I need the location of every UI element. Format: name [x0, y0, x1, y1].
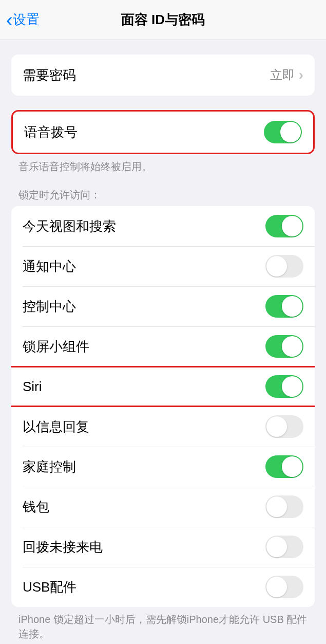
- back-label: 设置: [13, 11, 40, 29]
- access-row-label: 家庭控制: [23, 458, 76, 476]
- access-row-label: USB配件: [23, 578, 76, 596]
- toggle-knob: [282, 336, 302, 357]
- access-row-label: 锁屏小组件: [23, 338, 89, 356]
- toggle-knob: [280, 122, 301, 142]
- access-row-5: 以信息回复: [11, 407, 315, 447]
- locked-access-footer: iPhone 锁定超过一小时后，需先解锁iPhone才能允许 USB 配件连接。: [0, 607, 326, 641]
- toggle-knob: [282, 296, 302, 317]
- voice-dial-label: 语音拨号: [24, 123, 78, 141]
- access-row-4: Siri: [11, 366, 315, 407]
- require-passcode-value: 立即: [270, 67, 295, 83]
- access-toggle-4[interactable]: [265, 375, 303, 398]
- toggle-knob: [266, 577, 287, 597]
- access-row-label: 回拨未接来电: [23, 538, 103, 556]
- toggle-knob: [266, 416, 287, 437]
- voice-dial-footer: 音乐语音控制将始终被启用。: [0, 154, 326, 174]
- access-toggle-5[interactable]: [265, 415, 303, 438]
- group-voice-dial: 语音拨号: [11, 110, 315, 154]
- chevron-left-icon: ‹: [6, 10, 13, 30]
- access-toggle-9[interactable]: [265, 576, 303, 598]
- access-toggle-8[interactable]: [265, 536, 303, 558]
- toggle-knob: [266, 496, 287, 517]
- access-toggle-0[interactable]: [265, 215, 303, 237]
- access-row-7: 钱包: [11, 487, 315, 527]
- access-row-0: 今天视图和搜索: [11, 206, 315, 246]
- toggle-knob: [266, 256, 287, 277]
- access-toggle-3[interactable]: [265, 335, 303, 358]
- group-passcode: 需要密码 立即 ›: [11, 54, 315, 96]
- voice-dial-toggle[interactable]: [264, 121, 302, 143]
- access-row-9: USB配件: [11, 567, 315, 607]
- access-row-6: 家庭控制: [11, 447, 315, 487]
- access-row-label: 控制中心: [23, 298, 76, 316]
- access-toggle-2[interactable]: [265, 295, 303, 318]
- access-toggle-7[interactable]: [265, 495, 303, 518]
- chevron-right-icon: ›: [299, 67, 303, 83]
- group-locked-access: 今天视图和搜索通知中心控制中心锁屏小组件Siri以信息回复家庭控制钱包回拨未接来…: [11, 206, 315, 607]
- nav-header: ‹ 设置 面容 ID与密码: [0, 0, 326, 40]
- access-toggle-1[interactable]: [265, 255, 303, 278]
- require-passcode-label: 需要密码: [23, 66, 76, 84]
- access-row-8: 回拨未接来电: [11, 527, 315, 567]
- voice-dial-row: 语音拨号: [13, 112, 313, 153]
- toggle-knob: [282, 216, 302, 236]
- access-row-label: 今天视图和搜索: [23, 217, 116, 235]
- access-toggle-6[interactable]: [265, 455, 303, 478]
- back-button[interactable]: ‹ 设置: [0, 10, 40, 30]
- access-row-label: Siri: [23, 379, 42, 395]
- access-row-1: 通知中心: [11, 246, 315, 286]
- access-row-label: 通知中心: [23, 257, 76, 275]
- access-row-2: 控制中心: [11, 286, 315, 326]
- locked-access-header: 锁定时允许访问：: [0, 174, 326, 206]
- require-passcode-row[interactable]: 需要密码 立即 ›: [11, 54, 315, 96]
- page-title: 面容 ID与密码: [121, 11, 205, 29]
- toggle-knob: [282, 456, 302, 477]
- access-row-3: 锁屏小组件: [11, 326, 315, 366]
- access-row-label: 以信息回复: [23, 418, 89, 436]
- toggle-knob: [282, 376, 302, 397]
- toggle-knob: [266, 537, 287, 557]
- access-row-label: 钱包: [23, 498, 49, 516]
